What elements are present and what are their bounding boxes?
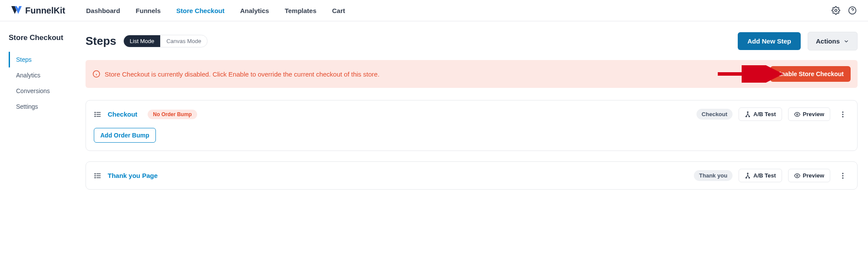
svg-point-14 xyxy=(746,116,746,117)
topbar: FunnelKit Dashboard Funnels Store Checko… xyxy=(0,0,868,21)
abtest-button[interactable]: A/B Test xyxy=(739,107,782,121)
svg-point-31 xyxy=(842,175,844,176)
enable-store-checkout-button[interactable]: Enable Store Checkout xyxy=(770,66,851,82)
info-icon xyxy=(92,70,100,78)
actions-label: Actions xyxy=(816,37,840,45)
split-icon xyxy=(745,173,751,179)
alert-text: Store Checkout is currently disabled. Cl… xyxy=(105,70,770,78)
nav-templates[interactable]: Templates xyxy=(285,7,317,14)
sidebar-item-settings[interactable]: Settings xyxy=(9,99,86,114)
nav-cart[interactable]: Cart xyxy=(332,7,345,14)
topbar-actions xyxy=(831,5,858,16)
eye-icon xyxy=(794,173,800,179)
disabled-alert: Store Checkout is currently disabled. Cl… xyxy=(86,60,858,88)
logo-mark-icon xyxy=(10,5,23,16)
svg-point-32 xyxy=(842,177,844,178)
step-row: Thank you Page Thank you A/B Test Previe… xyxy=(86,162,857,189)
sidebar-title: Store Checkout xyxy=(9,33,86,42)
svg-point-12 xyxy=(95,116,96,117)
drag-handle-icon[interactable] xyxy=(94,172,102,180)
abtest-button[interactable]: A/B Test xyxy=(739,169,782,182)
step-row: Checkout No Order Bump Checkout A/B Test… xyxy=(86,100,857,128)
top-nav: Dashboard Funnels Store Checkout Analyti… xyxy=(86,7,831,14)
list-mode-toggle[interactable]: List Mode xyxy=(124,35,160,47)
more-menu-icon[interactable] xyxy=(836,109,849,120)
no-order-bump-badge: No Order Bump xyxy=(148,110,197,119)
svg-point-19 xyxy=(842,116,844,117)
preview-button[interactable]: Preview xyxy=(788,169,830,182)
preview-label: Preview xyxy=(803,111,824,117)
svg-point-15 xyxy=(749,116,749,117)
gear-icon[interactable] xyxy=(831,5,841,16)
nav-funnels[interactable]: Funnels xyxy=(136,7,161,14)
preview-button[interactable]: Preview xyxy=(788,107,830,121)
brand-name: FunnelKit xyxy=(25,6,65,16)
svg-point-25 xyxy=(95,177,96,178)
svg-point-10 xyxy=(95,112,96,113)
main-content: Steps List Mode Canvas Mode Add New Step… xyxy=(86,21,868,211)
logo[interactable]: FunnelKit xyxy=(10,5,65,16)
actions-dropdown-button[interactable]: Actions xyxy=(808,32,858,50)
sidebar-item-conversions[interactable]: Conversions xyxy=(9,83,86,99)
svg-point-27 xyxy=(746,177,746,178)
svg-point-17 xyxy=(842,111,844,113)
page-title: Steps xyxy=(86,34,116,48)
nav-analytics[interactable]: Analytics xyxy=(240,7,269,14)
drag-handle-icon[interactable] xyxy=(94,110,102,118)
preview-label: Preview xyxy=(803,172,824,179)
svg-point-0 xyxy=(835,10,837,12)
svg-point-28 xyxy=(749,177,749,178)
sidebar-nav: Steps Analytics Conversions Settings xyxy=(9,52,86,114)
sidebar: Store Checkout Steps Analytics Conversio… xyxy=(0,21,86,211)
abtest-label: A/B Test xyxy=(753,172,776,179)
add-order-bump-button[interactable]: Add Order Bump xyxy=(94,128,156,143)
svg-point-30 xyxy=(842,173,844,174)
svg-point-23 xyxy=(95,173,96,174)
step-card-thankyou: Thank you Page Thank you A/B Test Previe… xyxy=(86,161,858,190)
step-type-badge: Thank you xyxy=(694,170,733,181)
svg-point-18 xyxy=(842,114,844,115)
sidebar-item-analytics[interactable]: Analytics xyxy=(9,67,86,83)
step-name-link[interactable]: Checkout xyxy=(108,110,137,118)
eye-icon xyxy=(794,111,800,117)
svg-point-11 xyxy=(95,114,96,115)
step-type-badge: Checkout xyxy=(696,109,733,120)
svg-point-29 xyxy=(796,175,798,177)
more-menu-icon[interactable] xyxy=(836,170,849,181)
abtest-label: A/B Test xyxy=(753,111,776,117)
canvas-mode-toggle[interactable]: Canvas Mode xyxy=(160,35,207,47)
step-card-checkout: Checkout No Order Bump Checkout A/B Test… xyxy=(86,100,858,151)
step-subrow: Add Order Bump xyxy=(86,128,857,151)
split-icon xyxy=(745,111,751,117)
nav-store-checkout[interactable]: Store Checkout xyxy=(176,7,224,14)
svg-point-24 xyxy=(95,175,96,176)
sidebar-item-steps[interactable]: Steps xyxy=(9,52,86,67)
add-new-step-button[interactable]: Add New Step xyxy=(738,32,801,50)
view-mode-toggle: List Mode Canvas Mode xyxy=(123,35,208,47)
svg-point-16 xyxy=(796,114,798,115)
help-icon[interactable] xyxy=(847,5,858,16)
step-name-link[interactable]: Thank you Page xyxy=(108,172,158,179)
nav-dashboard[interactable]: Dashboard xyxy=(86,7,120,14)
page-header: Steps List Mode Canvas Mode Add New Step… xyxy=(86,32,858,50)
chevron-down-icon xyxy=(843,38,849,44)
